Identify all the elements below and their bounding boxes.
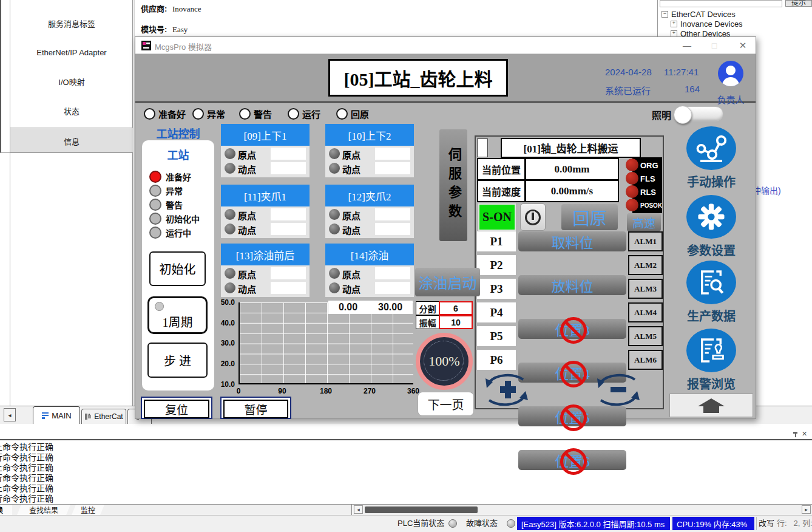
param-settings-button[interactable] <box>686 195 736 239</box>
position3-button[interactable]: 位置3 <box>518 319 626 339</box>
tab-ethercat[interactable]: EtherCat <box>81 409 126 424</box>
power-button[interactable] <box>520 203 546 231</box>
close-button[interactable]: ✕ <box>735 39 751 52</box>
toggle-knob[interactable] <box>674 106 692 124</box>
tree-expand-icon[interactable]: + <box>671 21 677 27</box>
p3-cell: P3 <box>477 279 516 299</box>
alm4-indicator[interactable]: ALM4 <box>628 302 663 322</box>
radio-running[interactable]: 运行 <box>288 107 320 120</box>
main-tab-icon <box>41 412 49 420</box>
home-button[interactable] <box>669 394 753 417</box>
current-position-value-cell: 0.00mm <box>525 158 619 180</box>
alm3-indicator[interactable]: ALM3 <box>628 279 663 299</box>
tree-root-row[interactable]: − EtherCAT Devices <box>661 10 736 19</box>
initialize-button[interactable]: 初始化 <box>149 251 206 286</box>
origin-value-input[interactable] <box>375 267 410 279</box>
left-splitter[interactable] <box>10 0 10 406</box>
production-data-button[interactable] <box>686 261 736 304</box>
station-10-body: 原点 动点 <box>325 146 414 177</box>
hint-button-partial[interactable]: 提示 <box>785 0 812 7</box>
sidebar-item-status[interactable]: 状态 <box>10 105 133 117</box>
alm6-indicator[interactable]: ALM6 <box>628 350 663 370</box>
work-value-input[interactable] <box>375 223 410 235</box>
home-button[interactable]: 回原 <box>561 204 618 230</box>
hscroll-right-button[interactable]: ▸ <box>802 505 811 514</box>
pick-position-button[interactable]: 取料位 <box>518 231 626 251</box>
sidebar-item-io-map[interactable]: I/O映射 <box>10 76 133 87</box>
hscroll-thumb[interactable] <box>365 506 478 513</box>
origin-value-input[interactable] <box>375 148 410 160</box>
mcgspro-logo-icon <box>141 41 151 50</box>
result-tab-partial[interactable]: 换 <box>0 505 12 515</box>
work-value-input[interactable] <box>271 223 306 235</box>
origin-value-input[interactable] <box>271 267 306 279</box>
place-position-button[interactable]: 放料位 <box>518 275 626 295</box>
partial-right-text: 冲输出) <box>753 184 781 196</box>
maximize-button[interactable]: □ <box>706 39 722 52</box>
reset-button[interactable]: 复位 <box>141 397 212 419</box>
position6-button[interactable]: 位置6 <box>518 450 626 470</box>
fls-label: FLS <box>640 174 655 183</box>
lighting-toggle[interactable] <box>674 106 723 121</box>
radio-error[interactable]: 异常 <box>192 107 225 120</box>
jog-plus-button[interactable] <box>481 372 532 408</box>
servo-params-button[interactable]: 伺服参数 <box>439 129 467 241</box>
alm2-indicator[interactable]: ALM2 <box>628 255 663 275</box>
window-titlebar[interactable]: McgsPro 模拟器 — □ ✕ <box>135 37 756 54</box>
origin-value-input[interactable] <box>375 208 410 220</box>
tab-main[interactable]: MAIN <box>33 406 80 424</box>
tab-scroll-left-button[interactable]: ◂ <box>4 408 16 421</box>
radio-circle[interactable] <box>288 108 299 120</box>
fls-led <box>626 172 638 185</box>
step-button[interactable]: 步 进 <box>147 343 208 378</box>
tab-monitor[interactable]: 监控 <box>72 505 104 515</box>
light-row-initializing: 初始化中 <box>149 213 200 225</box>
sidebar-item-ethernetip[interactable]: EtherNet/IP Adapter <box>10 48 133 57</box>
amp-value-input[interactable]: 10 <box>439 315 473 329</box>
user-avatar[interactable] <box>718 61 743 86</box>
cycle-indicator-light <box>155 302 164 311</box>
pane-close-icon[interactable]: ✕ <box>802 430 807 438</box>
alarm-browse-button[interactable] <box>686 329 736 372</box>
servo-on-button[interactable]: S-ON <box>478 203 516 231</box>
split-value-input[interactable]: 6 <box>439 301 473 315</box>
origin-value-input[interactable] <box>271 148 306 160</box>
light-label: 异常 <box>166 185 183 197</box>
oil-start-button[interactable]: 涂油启动 <box>415 268 480 296</box>
tree-collapse-icon[interactable]: − <box>661 11 668 18</box>
work-value-input[interactable] <box>375 162 410 174</box>
minimize-button[interactable]: — <box>679 39 695 52</box>
manual-operation-button[interactable] <box>686 126 736 170</box>
line-col-indicator: 行: 2, 列: 1 <box>777 515 812 532</box>
radio-warning[interactable]: 警告 <box>239 107 272 120</box>
radio-circle[interactable] <box>192 108 204 120</box>
pin-icon[interactable] <box>793 432 798 438</box>
work-value-input[interactable] <box>271 282 306 294</box>
tree-child-row[interactable]: + Inovance Devices <box>671 19 743 29</box>
overwrite-mode-indicator[interactable]: 改写 <box>759 515 774 532</box>
next-page-button[interactable]: 下一页 <box>418 392 474 416</box>
initializing-light <box>149 213 161 225</box>
jog-minus-button[interactable] <box>592 372 643 408</box>
tab-search-results[interactable]: 查找结果 <box>17 505 70 515</box>
radio-circle[interactable] <box>144 108 155 120</box>
fast-speed-button[interactable]: 高速 <box>627 213 661 231</box>
alm1-indicator[interactable]: ALM1 <box>628 231 663 251</box>
log-line: 上命令执行正确 <box>0 442 812 452</box>
alm5-indicator[interactable]: ALM5 <box>628 326 663 346</box>
position5-button[interactable]: 位置5 <box>518 406 626 426</box>
radio-ready[interactable]: 准备好 <box>144 107 186 120</box>
sidebar-item-info-active[interactable]: 信息 <box>10 128 133 152</box>
origin-value-input[interactable] <box>271 208 306 220</box>
speed-override-gauge[interactable]: 100% <box>416 333 473 390</box>
pause-button[interactable]: 暂停 <box>220 397 291 419</box>
work-value-input[interactable] <box>375 282 410 294</box>
sidebar-item-service-msg[interactable]: 服务消息标签 <box>10 18 133 29</box>
work-value-input[interactable] <box>271 162 306 174</box>
one-cycle-button[interactable]: 1周期 <box>147 296 208 334</box>
radio-circle[interactable] <box>336 108 348 120</box>
radio-homing[interactable]: 回原 <box>336 107 369 120</box>
radio-circle[interactable] <box>239 108 251 120</box>
hscroll-left-button[interactable]: ◂ <box>354 505 363 514</box>
station-14-body: 原点 动点 <box>325 265 414 297</box>
